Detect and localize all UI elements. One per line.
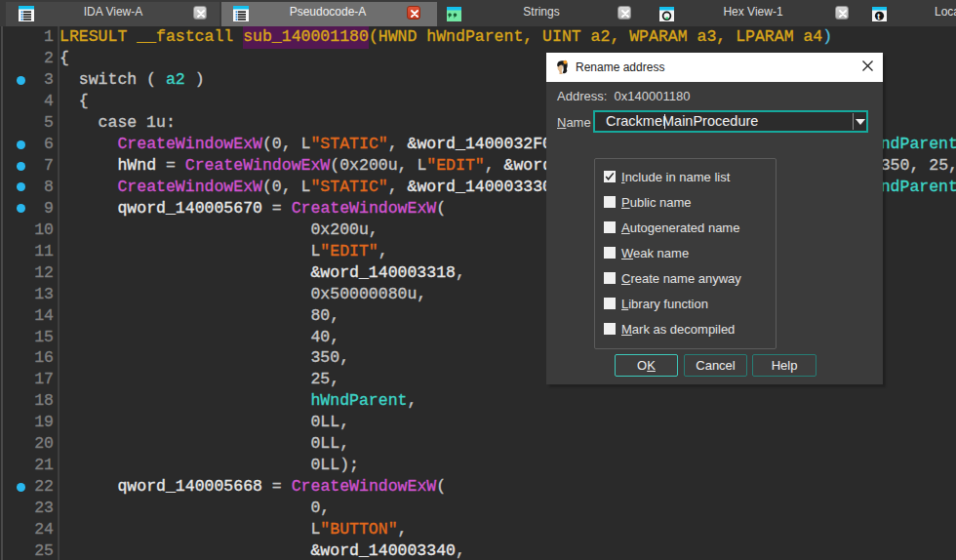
svg-text:t: t <box>877 12 880 21</box>
